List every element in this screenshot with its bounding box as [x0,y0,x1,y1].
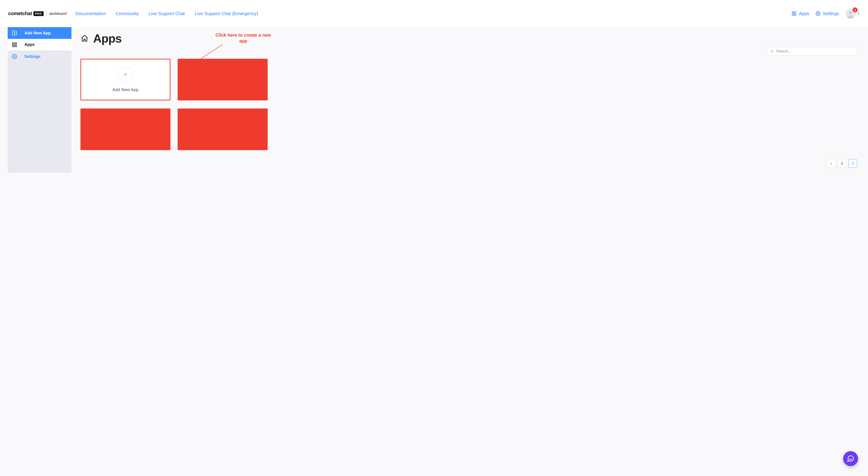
svg-rect-9 [12,43,14,44]
nav-community[interactable]: Community [116,11,138,16]
add-new-app-card[interactable]: + Add New App [81,59,170,100]
annotation-arrow-icon [194,43,224,64]
svg-rect-10 [15,43,17,44]
search-input[interactable] [776,49,854,54]
notification-badge: 1 [852,7,858,12]
user-menu[interactable]: 1 ▼ [845,8,860,19]
chat-fab[interactable] [843,451,858,466]
app-card-redacted[interactable] [178,59,268,100]
search-icon [770,50,774,53]
page-title-row: Apps [81,32,857,45]
annotation-text: Click here to create a new app [215,33,271,43]
svg-rect-1 [795,12,796,13]
brand-suffix: dashboard [49,11,66,16]
svg-point-5 [849,11,852,15]
annotation-callout: Click here to create a new app [214,32,273,44]
brand-logo: cometchat PRO dashboard [8,11,66,17]
pagination-page-1[interactable]: 1 [838,159,846,168]
sidebar-gutter [8,62,20,173]
sidebar-add-new-app[interactable]: Add New App [8,27,71,39]
nav-documentation[interactable]: Documentation [75,11,106,16]
sidebar-add-label: Add New App [24,31,51,35]
pro-badge: PRO [33,11,43,16]
header-apps-link[interactable]: Apps [792,11,809,16]
pagination-page-2[interactable]: 2 [848,159,857,168]
page-title: Apps [93,32,122,45]
svg-rect-11 [12,45,14,47]
sidebar: Add New App Apps Settings [8,27,71,173]
svg-line-15 [773,52,773,53]
chat-icon [847,455,855,463]
search-box[interactable] [767,47,857,56]
plus-circle-icon: + [118,67,133,82]
svg-rect-12 [15,45,17,47]
gear-icon [12,54,17,59]
add-card-label: Add New App [112,87,138,92]
gear-icon [815,11,820,16]
header-right: Apps Settings 1 ▼ [792,8,860,19]
brand-name: cometchat [8,11,32,17]
app-cards-grid: + Add New App [81,59,857,150]
apps-grid-icon [792,11,797,16]
header-bar: cometchat PRO dashboard Documentation Co… [0,0,868,27]
main-content: Apps Click here to create a new app [71,27,868,177]
header-apps-label: Apps [799,11,809,16]
svg-rect-0 [792,12,794,13]
sidebar-settings-label: Settings [24,54,40,59]
header-settings-link[interactable]: Settings [815,11,839,16]
home-icon [81,34,89,42]
pagination-prev[interactable]: ‹ [827,159,835,168]
app-card-redacted[interactable] [178,108,268,150]
nav-live-support-emergency[interactable]: Live Support Chat (Emergency) [195,11,258,16]
svg-rect-2 [792,14,794,15]
top-nav: Documentation Community Live Support Cha… [75,11,258,16]
apps-grid-icon [12,42,17,47]
svg-point-13 [14,56,15,57]
svg-rect-3 [795,14,796,15]
app-card-redacted[interactable] [81,108,170,150]
sidebar-item-settings[interactable]: Settings [8,51,71,62]
pagination: ‹ 1 2 [81,159,857,168]
chevron-down-icon: ▼ [857,12,860,15]
sidebar-item-apps[interactable]: Apps [8,39,71,51]
plus-square-icon [12,30,17,36]
nav-live-support[interactable]: Live Support Chat [149,11,185,16]
svg-point-4 [817,13,819,14]
svg-point-14 [771,50,773,52]
header-settings-label: Settings [823,11,839,16]
sidebar-apps-label: Apps [24,42,35,47]
